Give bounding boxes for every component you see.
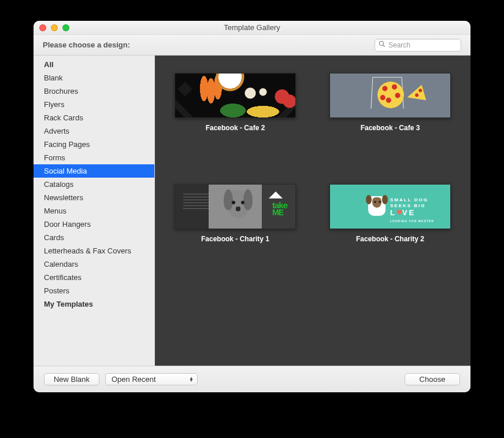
template-item[interactable]: SMALL DOGSEEKS BIGLVELOOKING FOR MASTERF… <box>329 184 451 243</box>
header-bar: Please choose a design: <box>34 35 470 56</box>
sidebar-item-posters[interactable]: Posters <box>34 284 154 297</box>
sidebar-item-forms[interactable]: Forms <box>34 151 154 164</box>
chevron-up-down-icon: ▲▼ <box>189 377 194 382</box>
text-block-decoration <box>183 194 210 211</box>
sidebar-item-social-media[interactable]: Social Media <box>34 164 154 178</box>
search-input[interactable] <box>388 41 457 49</box>
template-thumbnail[interactable] <box>329 73 451 118</box>
new-blank-button[interactable]: New Blank <box>44 373 99 385</box>
sidebar-item-cards[interactable]: Cards <box>34 231 154 244</box>
choose-design-label: Please choose a design: <box>43 41 130 49</box>
slogan-text: SMALL DOGSEEKS BIGLVELOOKING FOR MASTER <box>390 197 434 224</box>
template-label: Facebook - Cafe 2 <box>206 124 265 132</box>
sidebar-item-catalogs[interactable]: Catalogs <box>34 178 154 191</box>
footer-bar: New Blank Open Recent ▲▼ Choose <box>34 366 470 392</box>
window-title: Template Gallery <box>34 23 470 32</box>
sidebar-item-menus[interactable]: Menus <box>34 204 154 218</box>
search-field[interactable] <box>375 39 461 51</box>
sidebar-item-brochures[interactable]: Brochures <box>34 84 154 98</box>
open-recent-select[interactable]: Open Recent ▲▼ <box>105 373 198 385</box>
body: AllBlankBrochuresFlyersRack CardsAdverts… <box>34 56 470 366</box>
pizza-icon <box>377 82 404 108</box>
sidebar-item-blank[interactable]: Blank <box>34 71 154 84</box>
titlebar: Template Gallery <box>34 21 470 35</box>
zoom-window-button[interactable] <box>62 24 69 31</box>
template-label: Facebook - Cafe 3 <box>361 124 420 132</box>
open-recent-label: Open Recent <box>112 375 156 384</box>
choose-button[interactable]: Choose <box>405 373 460 385</box>
sidebar-item-my-templates[interactable]: My Templates <box>34 297 154 311</box>
template-gallery: Facebook - Cafe 2Facebook - Cafe 3takeME… <box>155 56 470 366</box>
dog-face-icon <box>232 201 244 212</box>
pizza-slice-icon <box>405 84 427 105</box>
template-item[interactable]: Facebook - Cafe 3 <box>329 73 451 132</box>
sidebar-item-all[interactable]: All <box>34 58 154 71</box>
template-label: Facebook - Charity 2 <box>356 235 424 243</box>
search-icon <box>379 41 386 49</box>
template-gallery-window: Template Gallery Please choose a design:… <box>34 21 470 392</box>
sidebar-item-calendars[interactable]: Calendars <box>34 257 154 271</box>
template-thumbnail[interactable]: SMALL DOGSEEKS BIGLVELOOKING FOR MASTER <box>329 184 451 229</box>
template-item[interactable]: Facebook - Cafe 2 <box>175 73 296 132</box>
template-label: Facebook - Charity 1 <box>201 235 269 243</box>
sidebar-item-rack-cards[interactable]: Rack Cards <box>34 111 154 124</box>
sidebar-item-adverts[interactable]: Adverts <box>34 124 154 138</box>
sidebar-item-door-hangers[interactable]: Door Hangers <box>34 218 154 231</box>
template-thumbnail[interactable] <box>175 73 296 118</box>
small-dog-icon <box>368 196 386 216</box>
sidebar-item-facing-pages[interactable]: Facing Pages <box>34 138 154 151</box>
minimize-window-button[interactable] <box>51 24 58 31</box>
close-window-button[interactable] <box>39 24 46 31</box>
heart-icon <box>396 210 402 216</box>
category-sidebar: AllBlankBrochuresFlyersRack CardsAdverts… <box>34 56 155 366</box>
template-item[interactable]: takeMEFacebook - Charity 1 <box>175 184 296 243</box>
template-thumbnail[interactable]: takeME <box>175 184 296 229</box>
dog-eyes-icon <box>374 201 376 203</box>
sidebar-item-letterheads-fax-covers[interactable]: Letterheads & Fax Covers <box>34 244 154 257</box>
take-me-text: takeME <box>272 202 287 216</box>
sidebar-item-flyers[interactable]: Flyers <box>34 98 154 111</box>
sidebar-item-newsletters[interactable]: Newsletters <box>34 191 154 204</box>
sidebar-item-certificates[interactable]: Certificates <box>34 271 154 284</box>
window-controls <box>39 24 69 31</box>
